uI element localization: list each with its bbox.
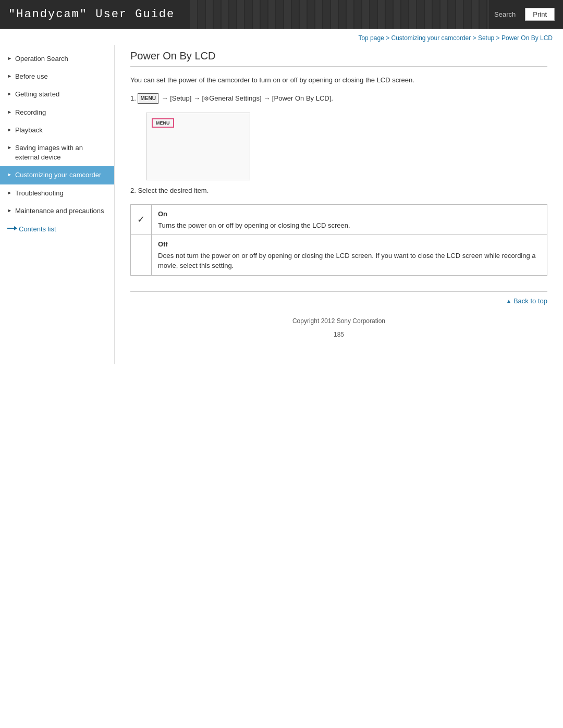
table-row-on: ✓ On Turns the power on or off by openin… [131,205,547,235]
print-button[interactable]: Print [525,8,555,21]
arrow-icon: ► [7,127,12,133]
breadcrumb: Top page > Customizing your camcorder > … [0,29,563,45]
contents-list-label: Contents list [19,225,56,233]
sidebar-item-playback[interactable]: ► Playback [0,121,114,139]
sidebar-item-troubleshooting[interactable]: ► Troubleshooting [0,184,114,202]
sidebar-label: Saving images with an external device [15,143,108,162]
header-controls: Search Print [489,8,555,21]
sidebar-label: Operation Search [15,54,68,64]
option-on-desc: Turns the power on or off by opening or … [158,221,350,229]
arrow-icon: ► [7,171,12,178]
arrow-icon: ► [7,144,12,151]
page-header: "Handycam" User Guide Search Print [0,0,563,29]
check-cell-on: ✓ [131,205,152,235]
sidebar-item-customizing[interactable]: ► Customizing your camcorder [0,166,114,184]
screenshot-mockup: MENU [146,113,250,180]
back-to-top-link[interactable]: Back to top [506,297,547,305]
copyright-text: Copyright 2012 Sony Corporation [130,310,547,328]
arrow-icon: ► [7,91,12,97]
page-title: Power On By LCD [130,50,547,67]
page-footer: Back to top [130,291,547,310]
breadcrumb-sep3: > [496,34,501,42]
sidebar-label: Playback [15,126,43,135]
table-row-off: Off Does not turn the power on or off by… [131,235,547,276]
arrow-icon: ► [7,55,12,62]
sidebar-label: Recording [15,108,46,117]
step-2: 2. Select the desired item. [130,186,547,196]
step-1-number: 1. [130,94,136,102]
arrow-icon: ► [7,207,12,214]
step-2-text: 2. Select the desired item. [130,187,209,194]
arrow-icon: ► [7,73,12,80]
app-title: "Handycam" User Guide [8,8,175,21]
sidebar-label: Troubleshooting [15,189,64,198]
sidebar-item-before-use[interactable]: ► Before use [0,68,114,85]
check-cell-off [131,235,152,276]
option-off-cell: Off Does not turn the power on or off by… [152,235,547,276]
options-table: ✓ On Turns the power on or off by openin… [130,204,547,276]
breadcrumb-customizing[interactable]: Customizing your camcorder [391,34,471,42]
sidebar-item-maintenance[interactable]: ► Maintenance and precautions [0,202,114,220]
sidebar-label: Before use [15,72,48,81]
arrow-icon: ► [7,109,12,116]
sidebar-label: Maintenance and precautions [15,206,104,216]
sidebar-label: Customizing your camcorder [15,170,101,180]
step-1-text: → [Setup] → [⚙General Settings] → [Power… [162,94,333,102]
link-arrow-icon [7,228,17,229]
breadcrumb-top[interactable]: Top page [358,34,384,42]
sidebar: ► Operation Search ► Before use ► Gettin… [0,45,115,364]
sidebar-item-operation-search[interactable]: ► Operation Search [0,50,114,68]
intro-text: You can set the power of the camcorder t… [130,75,547,86]
sidebar-item-recording[interactable]: ► Recording [0,104,114,121]
breadcrumb-current: Power On By LCD [501,34,553,42]
sidebar-label: Getting started [15,90,59,99]
main-content: Power On By LCD You can set the power of… [115,45,563,364]
page-number: 185 [130,328,547,349]
option-on-name: On [158,209,541,219]
page-layout: ► Operation Search ► Before use ► Gettin… [0,45,563,364]
sidebar-item-getting-started[interactable]: ► Getting started [0,85,114,103]
menu-button-pink: MENU [152,118,174,128]
option-off-desc: Does not turn the power on or off by ope… [158,252,536,270]
contents-list-link[interactable]: Contents list [0,220,114,236]
search-button[interactable]: Search [489,8,521,20]
sidebar-item-saving-images[interactable]: ► Saving images with an external device [0,139,114,166]
breadcrumb-sep2: > [473,34,478,42]
step-1: 1. MENU → [Setup] → [⚙General Settings] … [130,93,547,104]
option-on-cell: On Turns the power on or off by opening … [152,205,547,235]
breadcrumb-setup[interactable]: Setup [478,34,494,42]
arrow-icon: ► [7,190,12,196]
option-off-name: Off [158,239,541,250]
breadcrumb-sep1: > [386,34,391,42]
menu-button-label: MENU [138,93,158,104]
